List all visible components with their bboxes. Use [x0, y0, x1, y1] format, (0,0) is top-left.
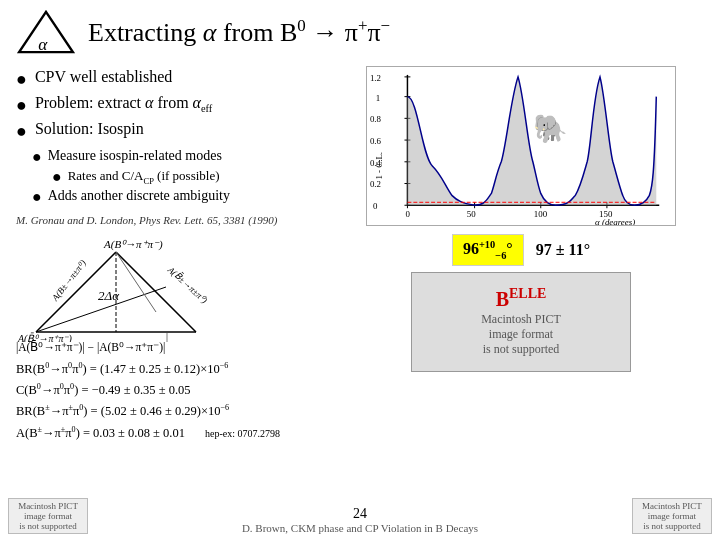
bullet-problem: ● Problem: extract α from αeff	[16, 94, 348, 116]
plot-area: 0 0.2 0.4 0.6 0.8 1 1.2 0 50 100 150	[366, 66, 676, 226]
pict-logo-text: BELLE	[496, 286, 547, 311]
svg-line-7	[116, 252, 156, 312]
main-bullets: ● CPV well established ● Problem: extrac…	[8, 64, 348, 142]
svg-text:1.2: 1.2	[370, 73, 381, 83]
results-row: 96+10−6° 97 ± 11°	[452, 234, 590, 266]
bullet-cpv: ● CPV well established	[16, 68, 348, 90]
eq-4: A(B±→π±π0) = 0.03 ± 0.08 ± 0.01 hep-ex: …	[16, 423, 348, 444]
svg-text:A(B̄⁰→π⁺π⁻): A(B̄⁰→π⁺π⁻)	[17, 332, 72, 342]
sub-bullet-measure: ● Measure isospin-related modes	[32, 148, 348, 166]
bullet-text-3: Solution: Isospin	[35, 120, 144, 138]
svg-text:A(B⁰→π⁺π⁻): A(B⁰→π⁺π⁻)	[103, 238, 163, 251]
svg-text:A(B̄±→π±π⁰): A(B̄±→π±π⁰)	[165, 263, 210, 305]
eq-1: BR(B0→π0π0) = (1.47 ± 0.25 ± 0.12)×10−6	[16, 358, 348, 379]
title-alpha: α from B0 → π+π−	[203, 18, 390, 47]
bullet-dot-3: ●	[16, 121, 27, 142]
svg-text:1: 1	[376, 93, 380, 103]
pict-left-label: Macintosh PICTimage formatis not support…	[8, 498, 88, 534]
svg-text:0.8: 0.8	[370, 114, 382, 124]
right-column: 0 0.2 0.4 0.6 0.8 1 1.2 0 50 100 150	[356, 64, 686, 444]
svg-text:α: α	[38, 35, 48, 54]
equations-block: |A(B̄⁰→π⁺π⁻)| − |A(B⁰→π⁺π⁻)| BR(B0→π0π0)…	[8, 334, 348, 444]
footer: Macintosh PICTimage formatis not support…	[0, 498, 720, 534]
title-text: Extracting	[88, 18, 196, 47]
svg-text:1 - C.L.: 1 - C.L.	[374, 152, 384, 180]
plot-svg: 0 0.2 0.4 0.6 0.8 1 1.2 0 50 100 150	[367, 67, 675, 225]
footer-right: Macintosh PICTimage formatis not support…	[632, 498, 712, 534]
sub-dot-1: ●	[32, 148, 42, 166]
isospin-triangle-svg: A(B⁰→π⁺π⁻) A(B̄⁰→π⁺π⁻) | 2Δα A(B±→π±π⁰) …	[16, 232, 236, 342]
pict-right-label: Macintosh PICTimage formatis not support…	[632, 498, 712, 534]
svg-text:🐘: 🐘	[533, 112, 568, 145]
sub-text-1: Measure isospin-related modes	[48, 148, 222, 164]
eq-2: C(B0→π0π0) = −0.49 ± 0.35 ± 0.05	[16, 380, 348, 401]
slide-header: α Extracting α from B0 → π+π−	[0, 0, 720, 60]
footer-center: 24 D. Brown, CKM phase and CP Violation …	[242, 506, 478, 534]
bullet-text-1: CPV well established	[35, 68, 172, 86]
sub-bullets: ● Measure isospin-related modes ● Rates …	[8, 146, 348, 210]
pict-unsupported-text: Macintosh PICTimage formatis not support…	[481, 312, 561, 357]
svg-text:0: 0	[405, 209, 410, 219]
main-content: ● CPV well established ● Problem: extrac…	[0, 60, 720, 448]
bullet-dot-2: ●	[16, 95, 27, 116]
footer-left: Macintosh PICTimage formatis not support…	[8, 498, 88, 534]
svg-text:0.6: 0.6	[370, 136, 382, 146]
citation-text: M. Gronau and D. London, Phys Rev. Lett.…	[8, 210, 348, 228]
slide-number: 24	[353, 506, 367, 521]
sub-text-2: Adds another discrete ambiguity	[48, 188, 230, 204]
sub-dot-2: ●	[32, 188, 42, 206]
bullet-text-2: Problem: extract α from αeff	[35, 94, 212, 114]
bullet-solution: ● Solution: Isospin	[16, 120, 348, 142]
left-column: ● CPV well established ● Problem: extrac…	[8, 64, 348, 444]
svg-text:2Δα: 2Δα	[98, 288, 120, 303]
svg-text:0: 0	[373, 201, 378, 211]
sub-dot-rates: ●	[52, 168, 62, 186]
slide-title: Extracting α from B0 → π+π−	[88, 16, 390, 48]
hepex-label: hep-ex: 0707.2798	[205, 425, 280, 442]
sub-text-rates: Rates and C/ACP (if possible)	[68, 168, 220, 186]
svg-line-4	[116, 252, 196, 332]
svg-text:|: |	[166, 331, 168, 342]
sub-bullet-adds: ● Adds another discrete ambiguity	[32, 188, 348, 206]
result-badge-2: 97 ± 11°	[536, 241, 590, 259]
alpha-triangle-icon: α	[16, 8, 76, 56]
result-badge-1: 96+10−6°	[452, 234, 524, 266]
footer-center-text: D. Brown, CKM phase and CP Violation in …	[242, 522, 478, 534]
svg-text:α (degrees): α (degrees)	[595, 217, 635, 225]
sub-bullet-rates: ● Rates and C/ACP (if possible)	[32, 168, 348, 186]
svg-text:50: 50	[467, 209, 476, 219]
svg-text:100: 100	[534, 209, 548, 219]
bullet-dot-1: ●	[16, 69, 27, 90]
triangle-diagram: A(B⁰→π⁺π⁻) A(B̄⁰→π⁺π⁻) | 2Δα A(B±→π±π⁰) …	[16, 232, 216, 332]
pict-main-box: BELLE Macintosh PICTimage formatis not s…	[411, 272, 631, 372]
svg-text:0.2: 0.2	[370, 179, 381, 189]
svg-text:A(B±→π±π⁰): A(B±→π±π⁰)	[49, 258, 88, 303]
eq-3: BR(B±→π±π0) = (5.02 ± 0.46 ± 0.29)×10−6	[16, 401, 348, 422]
